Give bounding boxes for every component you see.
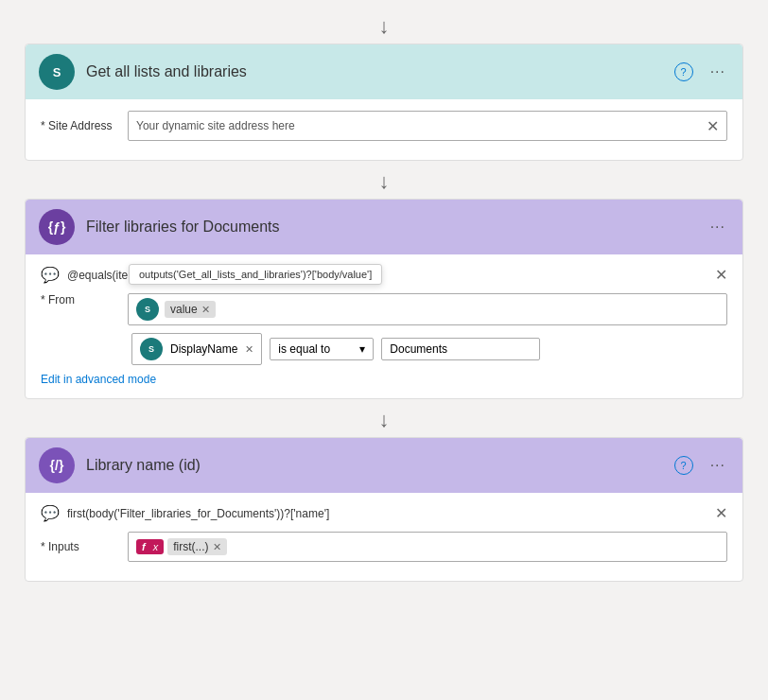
from-field-row: * From S value ✕ outputs('Get_all_lists_… — [41, 293, 727, 325]
library-name-icon: {/} — [39, 447, 75, 483]
top-arrow: ↓ — [379, 9, 390, 44]
library-formula-icon: 💬 — [41, 504, 60, 522]
get-all-lists-icon: S — [39, 54, 75, 90]
display-name-s-icon: S — [140, 338, 163, 360]
library-name-header: {/} Library name (id) ? ··· — [26, 438, 742, 493]
get-all-lists-header: S Get all lists and libraries ? ··· — [26, 44, 742, 99]
first-tag: first(...) ✕ — [167, 538, 226, 555]
from-s-icon: S — [136, 298, 159, 321]
filter-formula-clear-button[interactable]: ✕ — [715, 266, 727, 284]
arrow-1: ↓ — [379, 165, 390, 199]
from-input-container: S value ✕ outputs('Get_all_lists_and_lib… — [128, 293, 727, 325]
filter-libraries-body: 💬 @equals(item()?['DisplayName'], 'Docum… — [26, 254, 742, 398]
inputs-input[interactable]: fx first(...) ✕ — [128, 532, 727, 562]
value-tag-remove[interactable]: ✕ — [201, 304, 210, 316]
chevron-down-icon: ▾ — [359, 342, 365, 356]
edit-advanced-link[interactable]: Edit in advanced mode — [41, 373, 156, 386]
tooltip-box: outputs('Get_all_lists_and_libraries')?[… — [129, 264, 382, 285]
site-address-value: Your dynamic site address here — [136, 119, 295, 132]
filter-libraries-title: Filter libraries for Documents — [86, 219, 707, 236]
site-address-row: * Site Address Your dynamic site address… — [41, 111, 727, 141]
get-all-lists-title: Get all lists and libraries — [86, 63, 674, 80]
site-address-input[interactable]: Your dynamic site address here ✕ — [128, 111, 727, 141]
info-icon-1[interactable]: ? — [674, 62, 693, 81]
filter-libraries-card: {ƒ} Filter libraries for Documents ··· 💬… — [25, 199, 743, 399]
display-name-field[interactable]: S DisplayName ✕ — [131, 333, 262, 365]
site-address-clear-button[interactable]: ✕ — [707, 117, 719, 135]
fx-icon-tag: fx — [136, 539, 164, 554]
from-input[interactable]: S value ✕ outputs('Get_all_lists_and_lib… — [128, 293, 727, 325]
get-all-lists-actions: ? ··· — [674, 61, 729, 82]
more-options-button-2[interactable]: ··· — [707, 217, 729, 237]
library-name-body: 💬 first(body('Filter_libraries_for_Docum… — [26, 493, 742, 581]
filter-value-input[interactable] — [381, 338, 540, 360]
more-options-button-1[interactable]: ··· — [707, 61, 729, 82]
display-name-remove[interactable]: ✕ — [245, 343, 253, 356]
first-tag-remove[interactable]: ✕ — [213, 541, 221, 553]
filter-libraries-icon: {ƒ} — [39, 209, 75, 245]
library-name-title: Library name (id) — [86, 457, 674, 474]
formula-chat-icon: 💬 — [41, 266, 60, 284]
display-name-label: DisplayName — [170, 342, 237, 356]
inputs-label: * Inputs — [41, 540, 116, 553]
library-formula-row: 💬 first(body('Filter_libraries_for_Docum… — [41, 504, 727, 522]
info-icon-3[interactable]: ? — [674, 456, 693, 475]
library-formula-clear-button[interactable]: ✕ — [715, 504, 727, 522]
get-all-lists-body: * Site Address Your dynamic site address… — [26, 99, 742, 160]
library-name-card: {/} Library name (id) ? ··· 💬 first(body… — [25, 437, 743, 582]
inputs-field-row: * Inputs fx first(...) ✕ — [41, 532, 727, 562]
arrow-2: ↓ — [379, 403, 390, 437]
filter-libraries-header: {ƒ} Filter libraries for Documents ··· — [26, 200, 742, 254]
from-label: * From — [41, 293, 116, 306]
more-options-button-3[interactable]: ··· — [707, 455, 729, 476]
filter-condition-row: S DisplayName ✕ is equal to ▾ — [131, 333, 727, 365]
operator-dropdown[interactable]: is equal to ▾ — [270, 338, 374, 360]
value-tag: value ✕ — [165, 301, 216, 318]
library-name-actions: ? ··· — [674, 455, 729, 476]
site-address-label: * Site Address — [41, 119, 116, 132]
get-all-lists-card: S Get all lists and libraries ? ··· * Si… — [25, 44, 743, 161]
filter-libraries-actions: ··· — [707, 217, 729, 237]
library-formula-text: first(body('Filter_libraries_for_Documen… — [67, 507, 329, 520]
